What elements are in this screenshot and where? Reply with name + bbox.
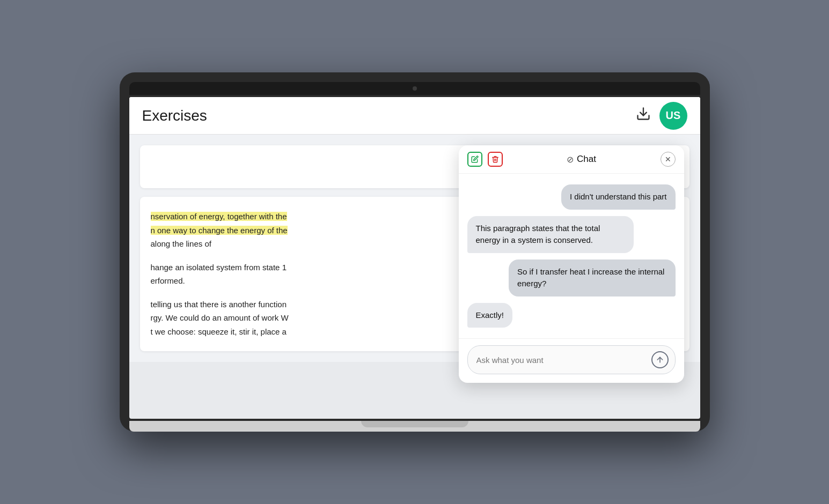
page-title: Exercises — [142, 107, 207, 124]
send-button[interactable] — [651, 351, 669, 368]
laptop-screen: Exercises US — [129, 97, 700, 419]
edit-button[interactable] — [467, 152, 482, 167]
main-area: nservation of energy, together with then… — [129, 135, 700, 362]
chat-panel: ⊘ Chat ✕ I didn't understand this part T… — [459, 145, 684, 383]
chat-input-area — [459, 338, 684, 383]
chat-header: ⊘ Chat ✕ — [459, 145, 684, 174]
message-ai-1: This paragraph states that the total ene… — [467, 216, 634, 253]
laptop-notch — [361, 421, 468, 427]
close-button[interactable]: ✕ — [661, 152, 676, 167]
message-user-2: So if I transfer heat I increase the int… — [509, 260, 675, 297]
chat-input-wrapper — [467, 345, 676, 374]
top-bar-actions: US — [636, 102, 687, 130]
screen-content: Exercises US — [129, 97, 700, 362]
top-bar: Exercises US — [129, 97, 700, 135]
chat-title-icon: ⊘ — [567, 154, 574, 165]
laptop-frame: Exercises US — [120, 72, 710, 432]
chat-header-left — [467, 152, 503, 167]
highlighted-text: nservation of energy, together with then… — [151, 212, 288, 235]
chat-input[interactable] — [476, 355, 647, 365]
message-user-1: I didn't understand this part — [561, 184, 675, 210]
avatar[interactable]: US — [659, 102, 687, 130]
camera-dot — [413, 86, 417, 91]
download-button[interactable] — [636, 106, 651, 125]
laptop-base — [129, 421, 700, 432]
delete-button[interactable] — [488, 152, 503, 167]
camera-bar — [129, 82, 700, 95]
chat-messages: I didn't understand this part This parag… — [459, 174, 684, 338]
chat-title: ⊘ Chat — [503, 154, 661, 165]
message-ai-2: Exactly! — [467, 303, 513, 328]
